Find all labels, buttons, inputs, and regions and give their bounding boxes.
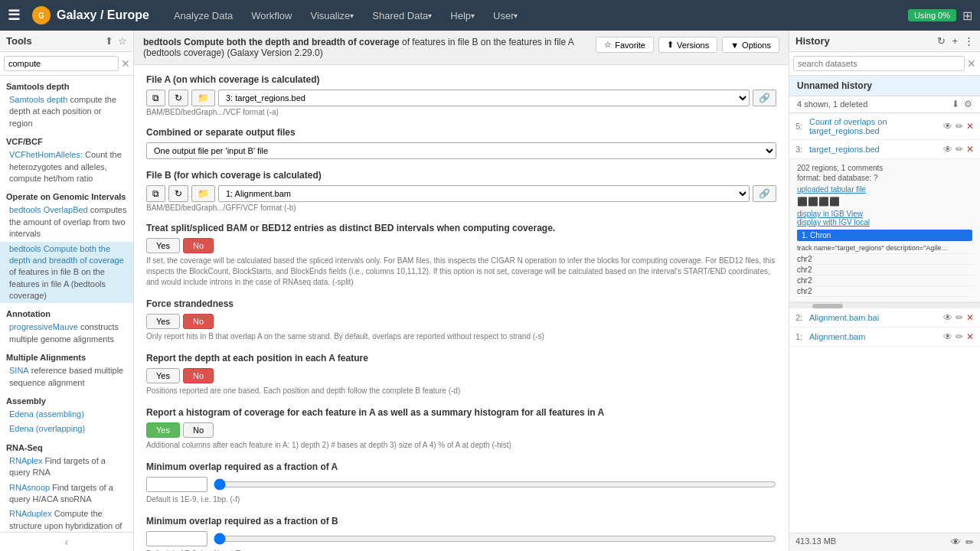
sidebar-item-sina[interactable]: SINA reference based multiple sequence a…	[0, 364, 133, 390]
sidebar: Tools ⬆ ☆ ✕ Samtools depth Samtools dept…	[0, 31, 134, 551]
history-item-5-header[interactable]: 5: Count of overlaps on target_regions.b…	[789, 113, 980, 139]
split-yes-btn[interactable]: Yes	[146, 238, 180, 253]
search-input[interactable]	[4, 56, 119, 71]
sidebar-item-coverage[interactable]: bedtools Compute both the depth and brea…	[0, 242, 133, 304]
main-layout: Tools ⬆ ☆ ✕ Samtools depth Samtools dept…	[0, 31, 980, 551]
file-a-select[interactable]: 3: target_regions.bed	[218, 90, 750, 106]
file-a-link-btn[interactable]: 🔗	[753, 90, 776, 106]
history-content: 5: Count of overlaps on target_regions.b…	[789, 113, 980, 533]
sidebar-collapse-btn[interactable]: ‹	[0, 532, 133, 551]
history-item-1-edit-icon[interactable]: ✏	[956, 331, 963, 342]
strand-section: Force strandedness Yes No Only report hi…	[146, 298, 776, 342]
sidebar-item-mauve[interactable]: progressiveMauve constructs multiple gen…	[0, 320, 133, 347]
min-overlap-a-slider[interactable]	[214, 478, 776, 491]
history-item-5-eye-icon[interactable]: 👁	[943, 121, 952, 132]
tool-header-actions: ☆ Favorite ⬆ Versions ▼ Options	[596, 37, 779, 53]
split-no-btn[interactable]: No	[183, 238, 214, 253]
history-item-3-edit-icon[interactable]: ✏	[956, 144, 963, 155]
search-clear-icon[interactable]: ✕	[121, 57, 130, 70]
nav-visualize[interactable]: Visualize	[301, 0, 363, 31]
history-search-input[interactable]	[793, 56, 965, 71]
history-item-5-delete-icon[interactable]: ✕	[966, 121, 974, 132]
history-header: History ↻ + ⋮	[789, 31, 980, 52]
history-size-icon-2[interactable]: ✏	[965, 536, 974, 548]
history-more-icon[interactable]: ⋮	[964, 35, 974, 47]
history-item-3-num: 3:	[795, 145, 805, 154]
history-settings-icon[interactable]: ⚙	[964, 99, 972, 109]
history-add-icon[interactable]: +	[952, 35, 958, 47]
history-item-2-header[interactable]: 2: Alignment.bam.bai 👁 ✏ ✕	[789, 308, 980, 327]
history-item-3-header[interactable]: 3: target_regions.bed 👁 ✏ ✕	[789, 140, 980, 158]
versions-button[interactable]: ⬆ Versions	[658, 37, 717, 53]
file-a-folder-btn[interactable]: 📁	[191, 90, 215, 106]
history-size-icon-1[interactable]: 👁	[951, 536, 961, 548]
file-b-select[interactable]: 1: Alignment.bam	[218, 185, 750, 202]
history-item-5-edit-icon[interactable]: ✏	[956, 121, 963, 132]
sidebar-item-rnasnoop[interactable]: RNAsnoop Find targets of a query H/ACA s…	[0, 481, 133, 507]
history-refresh-icon[interactable]: ↻	[937, 35, 946, 47]
item-title-edena-overlap: Edena (overlapping)	[9, 424, 85, 433]
favorite-button[interactable]: ☆ Favorite	[596, 37, 654, 53]
history-item-2-actions: 👁 ✏ ✕	[943, 312, 974, 323]
min-overlap-b-range-row	[146, 531, 776, 546]
sidebar-upload-icon[interactable]: ⬆	[105, 35, 113, 47]
split-yes-no: Yes No	[146, 238, 776, 253]
file-a-copy-btn[interactable]: ⧉	[146, 90, 165, 106]
options-button[interactable]: ▼ Options	[722, 37, 779, 53]
history-item-2-edit-icon[interactable]: ✏	[956, 312, 963, 323]
min-overlap-b-slider[interactable]	[214, 533, 776, 545]
depth-no-btn[interactable]: No	[183, 368, 214, 383]
file-b-section: File B (for which coverage is calculated…	[146, 170, 776, 212]
history-chrom-scrollbar[interactable]	[789, 302, 980, 308]
hamburger-icon[interactable]: ☰	[8, 7, 20, 24]
history-item-2-delete-icon[interactable]: ✕	[966, 312, 974, 323]
section-vcf: VCF/BCF VCFhetHomAlleles: Count the hete…	[0, 134, 133, 186]
sidebar-item-vcf-het[interactable]: VCFhetHomAlleles: Count the heterozygote…	[0, 148, 133, 186]
file-b-refresh-btn[interactable]: ↻	[168, 185, 188, 202]
combined-output-select[interactable]: One output file per 'input B' file	[146, 142, 776, 159]
history-download-icon[interactable]: ⬇	[952, 99, 959, 109]
history-search: ✕	[789, 52, 980, 76]
history-item-2-num: 2:	[795, 313, 805, 322]
file-b-copy-btn[interactable]: ⧉	[146, 185, 165, 202]
min-overlap-a-input[interactable]	[146, 477, 207, 492]
nav-user[interactable]: User	[484, 0, 527, 31]
history-item-2-eye-icon[interactable]: 👁	[943, 312, 952, 323]
nav-shared-data[interactable]: Shared Data	[363, 0, 441, 31]
depth-yes-btn[interactable]: Yes	[146, 368, 180, 383]
strand-no-btn[interactable]: No	[183, 314, 214, 329]
sidebar-item-rnaplex[interactable]: RNAplex Find targets of a query RNA	[0, 454, 133, 481]
min-overlap-b-input[interactable]	[146, 531, 207, 546]
sidebar-item-edena-overlap[interactable]: Edena (overlapping)	[0, 422, 133, 436]
file-a-refresh-btn[interactable]: ↻	[168, 90, 188, 106]
grid-icon[interactable]: ⊞	[962, 8, 972, 23]
history-item-1-delete-icon[interactable]: ✕	[966, 331, 974, 342]
nav-analyze[interactable]: Analyze Data	[165, 0, 242, 31]
section-multiple-align: Multiple Alignments SINA reference based…	[0, 350, 133, 390]
history-item-3-chrom-label: 1. Chron	[797, 230, 972, 241]
histogram-no-btn[interactable]: No	[183, 422, 214, 438]
section-genomic: Operate on Genomic Intervals bedtools Ov…	[0, 189, 133, 303]
history-item-3-extra: ⬛⬛⬛⬛	[797, 197, 972, 207]
history-item-1: 1: Alignment.bam 👁 ✏ ✕	[789, 328, 980, 347]
history-item-3-uploaded-link[interactable]: uploaded tabular file	[797, 185, 866, 194]
sidebar-item-edena-assemble[interactable]: Edena (assembling)	[0, 407, 133, 422]
history-item-3-igv-local-link[interactable]: display with IGV local	[797, 218, 870, 227]
file-b-folder-btn[interactable]: 📁	[191, 185, 215, 202]
nav-workflow[interactable]: Workflow	[242, 0, 301, 31]
history-item-1-header[interactable]: 1: Alignment.bam 👁 ✏ ✕	[789, 328, 980, 346]
nav-help[interactable]: Help	[441, 0, 484, 31]
sidebar-star-icon[interactable]: ☆	[118, 35, 127, 47]
histogram-yes-btn[interactable]: Yes	[146, 422, 180, 438]
history-item-3-eye-icon[interactable]: 👁	[943, 144, 952, 155]
history-search-clear-icon[interactable]: ✕	[967, 57, 976, 70]
sidebar-item-samtools-depth[interactable]: Samtools depth compute the depth at each…	[0, 93, 133, 131]
depth-yes-no: Yes No	[146, 368, 776, 383]
sidebar-item-rnaduplex[interactable]: RNAduplex Compute the structure upon hyb…	[0, 507, 133, 532]
history-item-3-delete-icon[interactable]: ✕	[966, 144, 974, 155]
strand-yes-btn[interactable]: Yes	[146, 314, 180, 329]
history-item-3-igb-view-link[interactable]: display in IGB View	[797, 210, 863, 218]
sidebar-item-overlapbed[interactable]: bedtools OverlapBed computes the amount …	[0, 203, 133, 241]
file-b-link-btn[interactable]: 🔗	[753, 185, 776, 202]
history-item-1-eye-icon[interactable]: 👁	[943, 331, 952, 342]
